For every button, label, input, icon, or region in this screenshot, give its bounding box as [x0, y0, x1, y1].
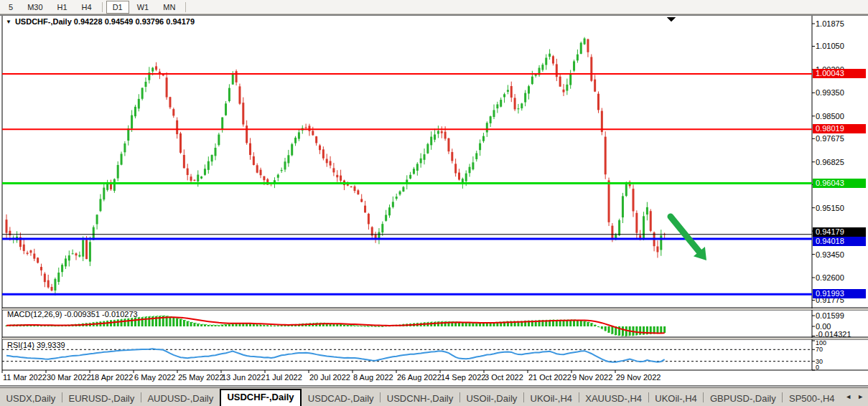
tab-xauusd-h4[interactable]: XAUUSD-,H4 [579, 391, 648, 406]
macd-axis-tick: 0.01599 [816, 311, 844, 320]
timeframe-button-5[interactable]: 5 [2, 1, 19, 14]
date-axis-label: 11 Mar 2022 [3, 373, 47, 382]
timeframe-button-H1[interactable]: H1 [51, 1, 74, 14]
price-axis-tick: 0.98500 [816, 112, 844, 121]
date-axis-label: 8 Aug 2022 [353, 373, 393, 382]
chart-title: ▼USDCHF-,Daily 0.94228 0.94549 0.93796 0… [6, 17, 195, 26]
price-badge: 0.96043 [813, 179, 866, 188]
annotations-layer [667, 17, 676, 22]
price-badge: 0.91993 [813, 289, 866, 298]
timeframe-button-MN[interactable]: MN [157, 1, 182, 14]
timeframe-toolbar: 5M30H1H4D1W1MN [0, 0, 868, 14]
tab-ukoil-h4[interactable]: UKOil-,H4 [524, 391, 579, 406]
chart-ohlc-readout: 0.94228 0.94549 0.93796 0.94179 [74, 17, 195, 26]
date-axis-label: 1 Jul 2022 [266, 373, 302, 382]
macd-axis-tick: -0.014321 [816, 330, 851, 339]
price-axis-tick: 0.95150 [816, 204, 844, 212]
toolbar-separator [185, 2, 186, 12]
price-badge: 0.98019 [813, 124, 866, 133]
tab-gbpusd-daily[interactable]: GBPUSD-,Daily [704, 391, 782, 406]
symbol-tab-bar: USDX,DailyEURUSD-,DailyAUDUSD-,DailyUSDC… [0, 387, 868, 406]
timeframe-button-W1[interactable]: W1 [131, 1, 156, 14]
price-badge: 0.94179 [813, 227, 866, 237]
tab-usoil-daily[interactable]: USOil-,Daily [460, 391, 523, 406]
date-axis-label: 13 Jun 2022 [222, 373, 266, 382]
price-axis-tick: 1.01050 [816, 42, 844, 50]
rsi-axis-tick: 0 [816, 364, 819, 371]
horizontal-lines-layer [2, 74, 812, 294]
price-axis-tick: 0.97675 [816, 134, 844, 143]
timeframe-button-D1[interactable]: D1 [106, 1, 129, 14]
tab-scroll-right-icon[interactable]: ► [857, 393, 864, 400]
date-axis-label: 18 Apr 2022 [90, 373, 133, 382]
price-axis-tick: 1.01875 [816, 19, 844, 28]
tab-usdx-daily[interactable]: USDX,Daily [0, 391, 62, 406]
rsi-axis-tick: 70 [816, 346, 823, 353]
date-axis-label: 3 Oct 2022 [485, 373, 523, 382]
chart-canvas[interactable] [0, 0, 868, 406]
candles-layer [6, 37, 666, 296]
price-axis-tick: 0.92600 [816, 273, 844, 282]
rsi-layer [2, 349, 812, 362]
macd-indicator-label: MACD(12,26,9) -0.009351 -0.010273 [7, 310, 138, 318]
tab-audusd-daily[interactable]: AUDUSD-,Daily [141, 391, 220, 406]
tab-nav: ◄► [841, 387, 868, 406]
mt4-window: 5M30H1H4D1W1MN ▼USDCHF-,Daily 0.94228 0.… [0, 0, 868, 406]
rsi-indicator-label: RSI(14) 39.9339 [7, 341, 65, 349]
one-click-trading-arrow[interactable]: ▼ [6, 19, 11, 25]
date-axis-label: 6 May 2022 [134, 373, 175, 382]
price-badge: 0.94018 [813, 237, 866, 246]
date-axis-label: 14 Sep 2022 [441, 373, 485, 382]
pane-borders [0, 15, 868, 386]
tab-usdcnh-daily[interactable]: USDCNH-,Daily [381, 391, 459, 406]
date-axis-label: 29 Nov 2022 [616, 373, 661, 382]
tab-usdcad-daily[interactable]: USDCAD-,Daily [302, 391, 380, 406]
date-axis-label: 26 Aug 2022 [397, 373, 442, 382]
tab-usdchf-daily[interactable]: USDCHF-,Daily [220, 389, 302, 406]
tab-eurusd-daily[interactable]: EURUSD-,Daily [62, 391, 141, 406]
price-axis-tick: 0.93450 [816, 250, 844, 259]
date-axis-label: 9 Nov 2022 [572, 373, 612, 382]
toolbar-separator [102, 2, 103, 12]
price-axis-tick: 0.96825 [816, 158, 844, 166]
date-axis-label: 30 Mar 2022 [47, 373, 91, 382]
tab-ukoil-h4[interactable]: UKOil-,H4 [649, 391, 704, 406]
tab-scroll-left-icon[interactable]: ◄ [845, 393, 851, 400]
date-axis-label: 20 Jul 2022 [309, 373, 350, 382]
timeframe-button-H4[interactable]: H4 [75, 1, 98, 14]
date-axis-label: 21 Oct 2022 [528, 373, 571, 382]
price-axis-tick: 0.99350 [816, 88, 844, 97]
date-axis-label: 25 May 2022 [178, 373, 224, 382]
chart-shift-marker-icon [667, 17, 676, 22]
macd-layer [6, 316, 666, 336]
chart-symbol-label: USDCHF-,Daily [15, 17, 72, 26]
price-badge: 1.00043 [813, 69, 866, 78]
timeframe-button-M30[interactable]: M30 [21, 1, 49, 14]
tab-sp500-h4[interactable]: SP500-,H4 [783, 391, 841, 406]
